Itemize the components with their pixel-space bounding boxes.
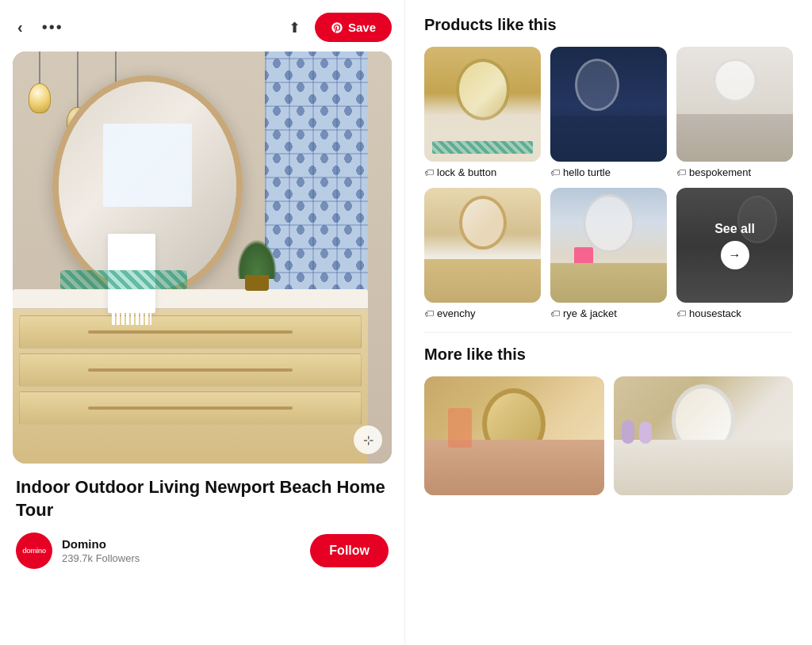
pendant-1 [29,52,51,137]
prod-mirror-4 [459,196,507,250]
product-card-6[interactable]: See all → 🏷 housestack [676,188,793,319]
top-bar-left: ‹ ••• [13,13,278,41]
product-name-4: evenchy [437,307,475,319]
vanity-drawers [13,309,368,431]
prod-shelf-2 [550,116,667,162]
pin-title: Indoor Outdoor Living Newport Beach Home… [16,476,389,521]
save-button[interactable]: Save [315,13,392,42]
tag-icon-5: 🏷 [550,308,560,319]
see-all-circle: → [721,241,749,269]
product-card-3[interactable]: 🏷 bespokement [676,47,793,178]
product-image-2 [550,47,667,162]
back-button[interactable]: ‹ [13,13,28,41]
avatar-inner: domino [16,532,52,569]
main-image: ⊹ [13,52,392,464]
vanity-top [13,289,368,309]
top-bar: ‹ ••• ⬆ Save [13,13,392,42]
product-label-2: 🏷 hello turtle [550,166,667,178]
top-bar-right: ⬆ Save [284,13,392,42]
more-floor-1 [424,440,604,495]
product-label-1: 🏷 lock & button [424,166,541,178]
product-name-1: lock & button [437,166,496,178]
arrow-icon: → [729,248,741,262]
share-icon: ⬆ [289,19,301,36]
plant-pot [245,275,269,291]
more-card-1[interactable] [424,376,604,495]
more-vanity-2 [614,440,794,495]
more-card-2[interactable] [614,376,794,495]
pin-info: Indoor Outdoor Living Newport Beach Home… [13,464,392,569]
save-label: Save [348,21,376,34]
pendant-cord [77,52,79,107]
followers-count: 239.7k Followers [62,552,301,564]
tag-icon-4: 🏷 [424,308,434,319]
more-section-title: More like this [424,345,793,364]
product-label-5: 🏷 rye & jacket [550,307,667,319]
pinterest-icon [331,21,343,34]
plant [237,243,277,291]
more-card-2-inner [614,376,794,495]
product-name-5: rye & jacket [563,307,617,319]
product-card-1[interactable]: 🏷 lock & button [424,47,541,178]
tag-icon-6: 🏷 [676,308,686,319]
pendant-cord [39,52,40,83]
expand-icon: ⊹ [363,433,373,448]
author-name[interactable]: Domino [62,537,301,551]
product-image-1 [424,47,541,162]
product-image-4 [424,188,541,303]
product-image-3 [676,47,793,162]
product-label-3: 🏷 bespokement [676,166,793,178]
prod-mirror-3 [713,59,756,102]
expand-button[interactable]: ⊹ [354,426,382,454]
left-panel: ‹ ••• ⬆ Save [0,0,404,645]
product-label-4: 🏷 evenchy [424,307,541,319]
see-all-text: See all [714,222,755,236]
prod-vanity-3 [676,114,793,162]
more-icon: ••• [42,18,63,36]
rug [60,270,187,289]
tag-icon-3: 🏷 [676,167,686,178]
prod-mirror-5 [583,194,634,253]
product-name-3: bespokement [689,166,751,178]
drawer-2 [19,353,362,387]
product-name-6: housestack [689,307,741,319]
more-card-1-inner [424,376,604,495]
towel-fringe [112,309,151,325]
plant-leaves [237,239,277,279]
pendant-bulb [29,83,51,113]
follow-button[interactable]: Follow [310,534,389,567]
right-panel: Products like this 🏷 lock & button 🏷 hel… [404,0,812,645]
products-section-title: Products like this [424,16,793,34]
product-card-2[interactable]: 🏷 hello turtle [550,47,667,178]
drawer-1 [19,315,362,349]
tag-icon-1: 🏷 [424,167,434,178]
author-section: domino Domino 239.7k Followers Follow [16,532,389,569]
drawer-3 [19,391,362,425]
see-all-overlay: See all → [676,188,793,303]
back-icon: ‹ [17,18,23,36]
mirror-window [103,124,192,208]
product-card-4[interactable]: 🏷 evenchy [424,188,541,319]
products-grid: 🏷 lock & button 🏷 hello turtle 🏷 [424,47,793,319]
product-name-2: hello turtle [563,166,611,178]
prod-rug-1 [432,141,533,154]
more-bottle-2 [622,420,634,444]
prod-vanity-5 [550,263,667,303]
product-image-6: See all → [676,188,793,303]
product-card-5[interactable]: 🏷 rye & jacket [550,188,667,319]
prod-vanity-4 [424,259,541,303]
author-info: Domino 239.7k Followers [62,537,301,564]
more-options-button[interactable]: ••• [37,13,68,41]
share-button[interactable]: ⬆ [284,14,305,41]
more-grid [424,376,793,495]
vanity [13,289,368,464]
tag-icon-2: 🏷 [550,167,560,178]
product-image-5 [550,188,667,303]
section-divider [424,332,793,333]
avatar[interactable]: domino [16,532,52,569]
more-towel-1 [448,408,472,448]
more-bottle-2b [639,422,652,444]
bathroom-scene [13,52,392,464]
product-label-6: 🏷 housestack [676,307,793,319]
